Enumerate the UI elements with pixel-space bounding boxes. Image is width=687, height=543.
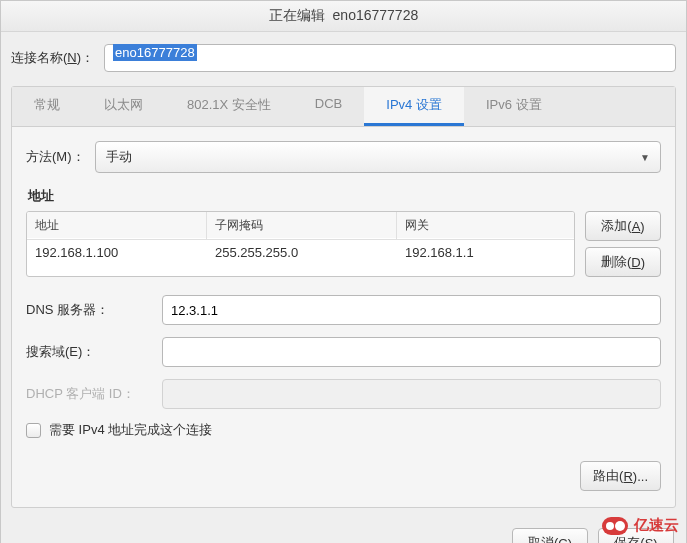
table-row[interactable]: 192.168.1.100 255.255.255.0 192.168.1.1 — [27, 238, 574, 267]
delete-button[interactable]: 删除(D) — [585, 247, 661, 277]
method-value: 手动 — [106, 148, 132, 166]
dhcp-client-id-input — [162, 379, 661, 409]
addresses-table[interactable]: 地址 子网掩码 网关 192.168.1.100 255.255.255.0 1… — [26, 211, 575, 277]
connection-name-label: 连接名称(N)： — [11, 49, 94, 67]
addresses-header: 地址 子网掩码 网关 — [27, 212, 574, 238]
tab-body: 方法(M)： 手动 ▼ 地址 地址 子网掩码 网关 192.168.1.100 — [12, 127, 675, 507]
require-ipv4-label: 需要 IPv4 地址完成这个连接 — [49, 421, 212, 439]
addresses-area: 地址 子网掩码 网关 192.168.1.100 255.255.255.0 1… — [26, 211, 661, 277]
cancel-button[interactable]: 取消(C) — [512, 528, 588, 543]
require-ipv4-checkbox[interactable] — [26, 423, 41, 438]
dialog-footer: 取消(C) 保存(S) — [1, 518, 686, 543]
search-label: 搜索域(E)： — [26, 343, 162, 361]
search-input[interactable] — [162, 337, 661, 367]
tab-general[interactable]: 常规 — [12, 87, 82, 126]
watermark-text: 亿速云 — [634, 516, 679, 535]
col-netmask: 子网掩码 — [207, 212, 397, 240]
caret-down-icon: ▼ — [640, 152, 650, 163]
connection-name-value: eno16777728 — [113, 44, 197, 61]
watermark: 亿速云 — [602, 516, 679, 535]
dns-input[interactable] — [162, 295, 661, 325]
editor-window: 正在编辑 eno16777728 连接名称(N)： eno16777728 常规… — [0, 0, 687, 543]
addresses-buttons: 添加(A) 删除(D) — [585, 211, 661, 277]
require-ipv4-row: 需要 IPv4 地址完成这个连接 — [26, 421, 661, 439]
dns-label: DNS 服务器： — [26, 301, 162, 319]
dhcp-client-id-label: DHCP 客户端 ID： — [26, 385, 162, 403]
form-rows: DNS 服务器： 搜索域(E)： DHCP 客户端 ID： — [26, 295, 661, 409]
method-label: 方法(M)： — [26, 148, 85, 166]
window-title: 正在编辑 eno16777728 — [1, 1, 686, 32]
col-gateway: 网关 — [397, 212, 574, 240]
title-name: eno16777728 — [333, 7, 419, 23]
cell-gateway: 192.168.1.1 — [397, 238, 574, 267]
watermark-logo-icon — [602, 517, 628, 535]
tab-ipv6[interactable]: IPv6 设置 — [464, 87, 564, 126]
tab-dcb[interactable]: DCB — [293, 87, 364, 126]
cell-address: 192.168.1.100 — [27, 238, 207, 267]
add-button[interactable]: 添加(A) — [585, 211, 661, 241]
tab-8021x[interactable]: 802.1X 安全性 — [165, 87, 293, 126]
connection-name-input[interactable]: eno16777728 — [104, 44, 676, 72]
col-address: 地址 — [27, 212, 207, 240]
routes-row: 路由(R)... — [26, 461, 661, 491]
routes-button[interactable]: 路由(R)... — [580, 461, 661, 491]
title-prefix: 正在编辑 — [269, 7, 325, 23]
method-select[interactable]: 手动 ▼ — [95, 141, 661, 173]
tab-ipv4[interactable]: IPv4 设置 — [364, 87, 464, 126]
method-row: 方法(M)： 手动 ▼ — [26, 141, 661, 173]
connection-name-row: 连接名称(N)： eno16777728 — [1, 32, 686, 86]
tab-ethernet[interactable]: 以太网 — [82, 87, 165, 126]
tab-bar: 常规 以太网 802.1X 安全性 DCB IPv4 设置 IPv6 设置 — [12, 87, 675, 127]
settings-panel: 常规 以太网 802.1X 安全性 DCB IPv4 设置 IPv6 设置 方法… — [11, 86, 676, 508]
addresses-title: 地址 — [28, 187, 661, 205]
cell-netmask: 255.255.255.0 — [207, 238, 397, 267]
